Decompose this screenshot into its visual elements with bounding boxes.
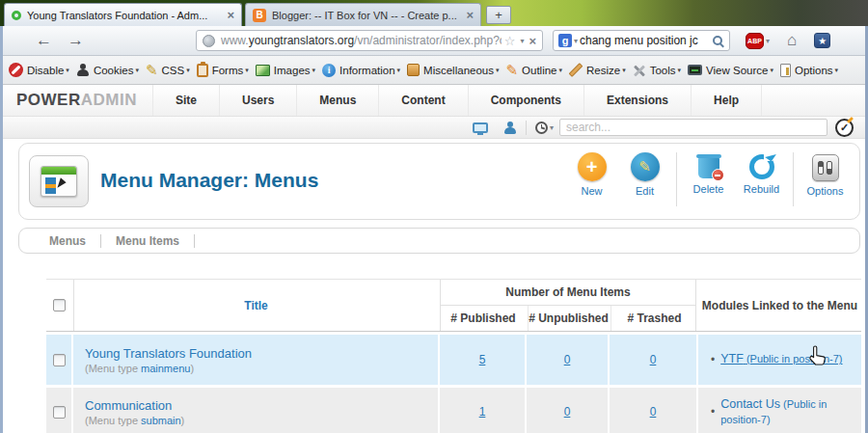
terminal-icon xyxy=(688,65,702,75)
devbar-label: Cookies xyxy=(94,65,134,76)
module-link[interactable]: YTF (Public in position-7) xyxy=(720,351,842,368)
row-title-cell: Young Translators Foundation (Menu typem… xyxy=(73,335,438,385)
devbar-item-view-source[interactable]: View Source ▾ xyxy=(688,65,773,76)
adblock-icon[interactable]: ABP xyxy=(746,33,764,49)
menu-title-link[interactable]: Communication xyxy=(85,398,172,413)
header-group-number-of-menu-items: Number of Menu Items # Published # Unpub… xyxy=(440,280,696,331)
stop-icon[interactable]: × xyxy=(529,34,536,48)
devbar-item-resize[interactable]: Resize ▾ xyxy=(569,65,626,76)
close-icon[interactable]: × xyxy=(227,8,234,22)
divider xyxy=(194,234,195,248)
module-name: YTF xyxy=(720,352,744,365)
url-bar[interactable]: www.youngtranslators.org/vn/administrato… xyxy=(196,30,543,51)
devbar-item-forms[interactable]: Forms ▾ xyxy=(197,64,249,77)
chevron-down-icon[interactable]: ▾ xyxy=(766,37,770,45)
admin-search-input[interactable] xyxy=(559,119,827,136)
tab-title: Young Translators Foundation - Adm... xyxy=(27,10,223,21)
menu-menus[interactable]: Menus xyxy=(296,85,378,116)
header-group-label: Number of Menu Items xyxy=(441,280,695,306)
rebuild-button[interactable]: Rebuild xyxy=(735,152,788,195)
bookmarks-icon[interactable]: ★ xyxy=(814,33,830,48)
devbar-item-disable[interactable]: Disable ▾ xyxy=(9,63,69,77)
select-all-checkbox[interactable] xyxy=(53,299,66,311)
row-checkbox[interactable] xyxy=(53,354,66,366)
sliders-icon xyxy=(812,154,839,181)
box-icon xyxy=(407,64,420,76)
trashed-count-cell: 0 xyxy=(610,388,696,433)
url-prefix: www. xyxy=(221,34,249,47)
chevron-down-icon[interactable]: ▾ xyxy=(574,37,578,45)
chevron-down-icon[interactable]: ▾ xyxy=(520,37,524,45)
menu-type-suffix: ) xyxy=(181,415,185,426)
preview-monitor-icon[interactable] xyxy=(473,122,488,133)
edit-button[interactable]: ✎ Edit xyxy=(618,152,671,197)
devbar-item-options[interactable]: Options ▾ xyxy=(780,64,838,77)
devbar-item-outline[interactable]: ✎ Outline ▾ xyxy=(505,62,562,79)
header-checkbox-cell xyxy=(46,280,71,331)
home-icon[interactable]: ⌂ xyxy=(787,31,797,50)
divider xyxy=(526,121,527,135)
devbar-item-information[interactable]: i Information ▾ xyxy=(322,64,400,77)
plus-icon: + xyxy=(578,152,607,181)
refresh-icon xyxy=(749,154,774,179)
tab-blogger[interactable]: B Blogger: -- IT Box for VN -- - Create … xyxy=(245,3,481,26)
tab-young-translators[interactable]: Young Translators Foundation - Adm... × xyxy=(4,3,242,26)
trashed-count-link[interactable]: 0 xyxy=(650,353,657,366)
devbar-item-cookies[interactable]: Cookies ▾ xyxy=(76,64,139,76)
menu-content[interactable]: Content xyxy=(378,85,467,116)
tab-menu-items[interactable]: Menu Items xyxy=(116,234,179,248)
menu-extensions[interactable]: Extensions xyxy=(583,85,691,116)
published-count-link[interactable]: 5 xyxy=(479,353,486,366)
menu-title-link[interactable]: Young Translators Foundation xyxy=(85,346,252,361)
search-bar[interactable]: g ▾ xyxy=(553,30,730,51)
row-checkbox[interactable] xyxy=(53,406,66,419)
search-icon[interactable] xyxy=(712,35,724,47)
chevron-down-icon: ▾ xyxy=(312,67,316,74)
menu-type-suffix: ) xyxy=(190,363,194,374)
table-row: Communication (Menu typesubmain) 1 0 0 •… xyxy=(46,388,861,433)
chevron-down-icon[interactable]: ▾ xyxy=(550,123,554,132)
header-published: # Published xyxy=(441,306,526,331)
menu-users[interactable]: Users xyxy=(219,85,296,116)
devbar-item-css[interactable]: ✎ CSS ▾ xyxy=(146,62,190,79)
close-icon[interactable]: × xyxy=(466,8,474,22)
menu-help[interactable]: Help xyxy=(691,85,762,116)
poweradmin-logo: POWERADMIN xyxy=(3,85,152,116)
devbar-label: Options xyxy=(795,65,833,76)
admin-content: Menu Manager: Menus + New ✎ Edit Delete xyxy=(3,139,865,433)
header-title[interactable]: Title xyxy=(73,280,438,331)
web-search-input[interactable] xyxy=(580,34,712,47)
trashed-count-link[interactable]: 0 xyxy=(650,405,657,419)
devbar-item-tools[interactable]: Tools ▾ xyxy=(633,64,681,77)
tab-menus[interactable]: Menus xyxy=(19,234,86,248)
checkin-icon[interactable]: ✓ xyxy=(835,119,854,137)
user-icon[interactable] xyxy=(503,122,517,134)
new-tab-button[interactable]: + xyxy=(486,6,511,24)
header-modules: Modules Linked to the Menu xyxy=(698,280,861,331)
chevron-down-icon: ▾ xyxy=(135,67,139,74)
pencil-icon: ✎ xyxy=(631,152,660,181)
back-button[interactable]: ← xyxy=(36,31,52,50)
unpublished-count-link[interactable]: 0 xyxy=(564,353,571,366)
published-count-link[interactable]: 1 xyxy=(479,405,486,419)
button-label: New xyxy=(581,185,602,197)
clock-icon[interactable] xyxy=(535,122,548,134)
module-link[interactable]: Contact Us (Public in position-7) xyxy=(720,396,852,428)
devbar-item-miscellaneous[interactable]: Miscellaneous ▾ xyxy=(407,64,499,76)
forward-button[interactable]: → xyxy=(68,31,84,50)
google-engine-icon[interactable]: g xyxy=(558,34,572,47)
divider xyxy=(100,234,101,248)
menu-components[interactable]: Components xyxy=(468,85,583,116)
info-icon: i xyxy=(322,64,336,77)
menu-type-prefix: (Menu type xyxy=(85,415,138,426)
delete-button[interactable]: Delete xyxy=(682,152,735,195)
options-button[interactable]: Options xyxy=(799,152,852,197)
devbar-label: Resize xyxy=(586,65,620,76)
menu-site[interactable]: Site xyxy=(152,85,219,116)
url-text[interactable]: www.youngtranslators.org/vn/administrato… xyxy=(221,34,502,47)
unpublished-count-link[interactable]: 0 xyxy=(564,405,571,419)
bookmark-star-icon[interactable]: ☆ xyxy=(504,34,516,48)
devbar-label: CSS xyxy=(162,65,185,76)
new-button[interactable]: + New xyxy=(565,152,618,197)
devbar-item-images[interactable]: Images ▾ xyxy=(256,65,315,76)
